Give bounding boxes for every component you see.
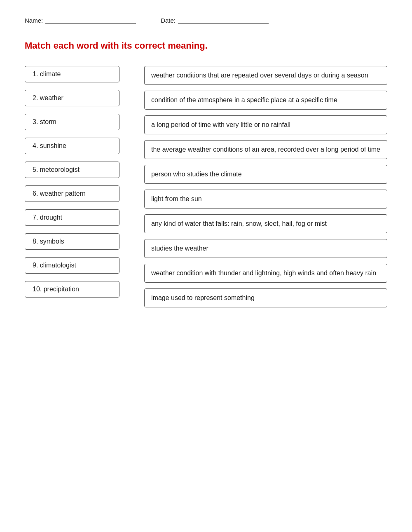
match-container: 1. climate 2. weather 3. storm 4. sunshi… <box>25 66 387 307</box>
term-3[interactable]: 3. storm <box>25 114 119 130</box>
date-label: Date: <box>161 17 176 24</box>
term-7[interactable]: 7. drought <box>25 209 119 226</box>
def-9[interactable]: weather condition with thunder and light… <box>144 264 387 283</box>
date-line <box>178 16 269 24</box>
name-label: Name: <box>25 17 43 24</box>
term-6[interactable]: 6. weather pattern <box>25 185 119 202</box>
def-3[interactable]: a long period of time with very little o… <box>144 115 387 134</box>
def-8[interactable]: studies the weather <box>144 239 387 258</box>
term-10[interactable]: 10. precipitation <box>25 281 119 298</box>
def-10[interactable]: image used to represent something <box>144 288 387 307</box>
name-field: Name: <box>25 16 136 24</box>
term-9[interactable]: 9. climatologist <box>25 257 119 274</box>
def-4[interactable]: the average weather conditions of an are… <box>144 140 387 159</box>
term-4[interactable]: 4. sunshine <box>25 138 119 154</box>
term-5[interactable]: 5. meteorologist <box>25 162 119 178</box>
def-5[interactable]: person who studies the climate <box>144 165 387 184</box>
header-row: Name: Date: <box>25 16 387 24</box>
def-6[interactable]: light from the sun <box>144 190 387 209</box>
term-2[interactable]: 2. weather <box>25 90 119 106</box>
def-1[interactable]: weather conditions that are repeated ove… <box>144 66 387 85</box>
term-1[interactable]: 1. climate <box>25 66 119 82</box>
page-title: Match each word with its correct meaning… <box>25 40 387 51</box>
terms-column: 1. climate 2. weather 3. storm 4. sunshi… <box>25 66 119 298</box>
name-line <box>45 16 136 24</box>
term-8[interactable]: 8. symbols <box>25 233 119 250</box>
date-field: Date: <box>161 16 269 24</box>
definitions-column: weather conditions that are repeated ove… <box>144 66 387 307</box>
def-2[interactable]: condition of the atmosphere in a specifi… <box>144 91 387 110</box>
def-7[interactable]: any kind of water that falls: rain, snow… <box>144 214 387 233</box>
